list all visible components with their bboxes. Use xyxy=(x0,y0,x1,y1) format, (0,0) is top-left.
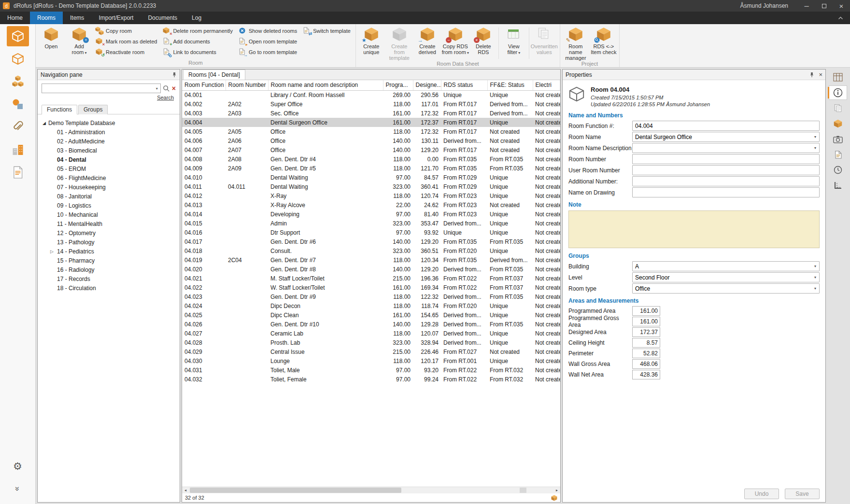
table-row-04-013[interactable]: 04.013X-Ray Alcove22.0024.62From RT.023N… xyxy=(182,200,560,210)
expander-icon[interactable]: ◢ xyxy=(42,121,46,126)
tree-item-14-pediatrics[interactable]: ▷14 - Pediatrics xyxy=(40,247,178,256)
table-row-04-022[interactable]: 04.022W. Staff Locker/Toilet161.00169.34… xyxy=(182,283,560,292)
tree-item-13-pathology[interactable]: 13 - Pathology xyxy=(40,238,178,247)
col-room-number[interactable]: Room Number xyxy=(226,80,268,90)
group-select-room-type[interactable]: ▾ xyxy=(632,283,820,294)
table-row-04-024[interactable]: 04.024Dipc Decon118.00118.74From RT.020U… xyxy=(182,301,560,310)
prop-input-room-number[interactable] xyxy=(633,154,819,164)
pin-icon[interactable] xyxy=(809,72,814,78)
prop-field-room-function[interactable] xyxy=(632,121,820,131)
menu-tab-items[interactable]: Items xyxy=(63,12,91,24)
area-value-designed-area[interactable]: 172.37 xyxy=(632,327,660,337)
documents-panel-icon[interactable] xyxy=(829,101,847,115)
menu-tab-log[interactable]: Log xyxy=(184,12,209,24)
tree-root[interactable]: ◢Demo Template Database xyxy=(40,118,178,127)
col-designe[interactable]: Designe... xyxy=(413,80,441,90)
go-to-room-template-button[interactable]: →Go to room template xyxy=(236,47,299,57)
collapse-ribbon-icon[interactable] xyxy=(838,16,843,20)
search-dropdown-icon[interactable]: ▾ xyxy=(154,86,160,91)
measurements-panel-icon[interactable] xyxy=(829,178,847,193)
rds-item-check-button[interactable]: RDS <->Item check xyxy=(590,26,618,55)
table-row-04-029[interactable]: 04.029Central Issue215.00226.46From RT.0… xyxy=(182,347,560,356)
search-link[interactable]: Search xyxy=(157,95,174,100)
close-panel-icon[interactable]: × xyxy=(819,71,822,78)
open-room-template-button[interactable]: ▸Open room template xyxy=(236,36,299,47)
tree-item-05-erom[interactable]: 05 - EROM xyxy=(40,164,178,173)
add-room-button[interactable]: +Addroom▾ xyxy=(65,26,93,56)
nav-search-box[interactable]: ▾ xyxy=(42,84,161,93)
table-row-04-012[interactable]: 04.012X-Ray118.00120.74From RT.023Unique… xyxy=(182,191,560,200)
save-button[interactable]: Save xyxy=(785,489,820,499)
dropdown-arrow-icon[interactable]: ▾ xyxy=(811,262,819,271)
prop-input-additional-number[interactable] xyxy=(633,177,819,186)
dropdown-arrow-icon[interactable]: ▾ xyxy=(811,143,819,153)
table-row-04-025[interactable]: 04.025Dipc Clean161.00154.65Derived from… xyxy=(182,310,560,320)
table-row-04-008[interactable]: 04.0082A08Gen. Dent. Dtr #4118.000.00Fro… xyxy=(182,154,560,164)
prop-input-user-room-number[interactable] xyxy=(633,166,819,175)
menu-tab-import-export[interactable]: Import/Export xyxy=(91,12,141,24)
copy-room-button[interactable]: Copy room xyxy=(93,26,159,36)
room-data-sheet-icon[interactable] xyxy=(829,70,847,84)
view-filter-button[interactable]: Viewfilter▾ xyxy=(500,26,528,56)
table-row-04-021[interactable]: 04.021M. Staff Locker/Toilet215.00196.36… xyxy=(182,274,560,283)
overwritten-values-button[interactable]: Overwritten values xyxy=(530,26,558,55)
area-value-programmed-area[interactable]: 161.00 xyxy=(632,306,660,316)
images-panel-icon[interactable] xyxy=(829,132,847,146)
tree-item-18-circulation[interactable]: 18 - Circulation xyxy=(40,283,178,293)
prop-input-room-name[interactable] xyxy=(633,132,811,141)
delete-room-permanently-button[interactable]: ×Delete room permanently xyxy=(160,26,235,36)
clear-search-icon[interactable]: × xyxy=(172,85,176,92)
history-panel-icon[interactable] xyxy=(829,163,847,177)
table-row-04-010[interactable]: 04.010Dental Waiting97.0084.57From RT.02… xyxy=(182,173,560,182)
table-row-04-015[interactable]: 04.015Admin323.00353.47Derived from...Un… xyxy=(182,219,560,228)
tree-item-09-logistics[interactable]: 09 - Logistics xyxy=(40,201,178,210)
products-module-icon[interactable] xyxy=(7,94,29,114)
area-value-wall-gross-area[interactable]: 468.06 xyxy=(632,359,660,369)
dropdown-arrow-icon[interactable]: ▾ xyxy=(811,132,819,141)
expand-rail-icon[interactable]: » xyxy=(7,478,29,499)
tree-item-12-optometry[interactable]: 12 - Optometry xyxy=(40,228,178,238)
table-row-04-005[interactable]: 04.0052A05Office118.00172.32From RT.017N… xyxy=(182,127,560,136)
col-rds-status[interactable]: RDS status xyxy=(441,80,487,90)
maximize-button[interactable] xyxy=(815,0,833,12)
area-value-wall-net-area[interactable]: 428.36 xyxy=(632,370,660,379)
files-panel-icon[interactable] xyxy=(829,147,847,162)
room-panel-icon[interactable] xyxy=(829,116,847,131)
col-electri[interactable]: Electri xyxy=(533,80,560,90)
create-from-template-button[interactable]: Create fromtemplate xyxy=(385,26,413,61)
attachments-module-icon[interactable] xyxy=(7,117,29,137)
tree-item-03-biomedical[interactable]: 03 - Biomedical xyxy=(40,146,178,155)
menu-tab-home[interactable]: Home xyxy=(0,12,30,24)
pin-icon[interactable] xyxy=(172,72,177,78)
buildings-module-icon[interactable] xyxy=(7,140,29,160)
tree-item-07-housekeeping[interactable]: 07 - Housekeeping xyxy=(40,182,178,192)
area-value-ceiling-height[interactable]: 8.57 xyxy=(632,338,660,348)
table-row-04-011[interactable]: 04.01104.011Dental Waiting323.00360.41Fr… xyxy=(182,182,560,191)
group-select-building[interactable]: ▾ xyxy=(632,261,820,271)
tree-item-06-flightmedicine[interactable]: 06 - FlightMedicine xyxy=(40,173,178,182)
group-input-room-type[interactable] xyxy=(633,284,811,293)
room-box-module-icon[interactable] xyxy=(7,49,29,69)
table-row-04-002[interactable]: 04.0022A02Super Office118.00117.01From R… xyxy=(182,99,560,109)
table-row-04-016[interactable]: 04.016Dtr Support97.0093.92UniqueUniqueN… xyxy=(182,228,560,237)
add-documents-button[interactable]: +Add documents xyxy=(160,36,235,47)
prop-field-room-number[interactable] xyxy=(632,154,820,164)
table-row-04-018[interactable]: 04.018Consult.323.00360.51From RT.020Uni… xyxy=(182,246,560,255)
prop-input-room-name-description[interactable] xyxy=(633,143,811,153)
menu-tab-documents[interactable]: Documents xyxy=(141,12,184,24)
area-value-programmed-gross-area[interactable]: 161.00 xyxy=(632,317,660,326)
col-progra[interactable]: Progra... xyxy=(383,80,413,90)
tree-item-11-mentalhealth[interactable]: 11 - MentalHealth xyxy=(40,219,178,228)
prop-field-name-on-drawing[interactable] xyxy=(632,187,820,197)
tree-item-17-records[interactable]: 17 - Records xyxy=(40,274,178,283)
table-row-04-028[interactable]: 04.028Prosth. Lab323.00328.94Derived fro… xyxy=(182,338,560,347)
table-row-04-003[interactable]: 04.0032A03Sec. Office161.00172.32From RT… xyxy=(182,109,560,118)
area-value-perimeter[interactable]: 52.82 xyxy=(632,349,660,358)
table-row-04-019[interactable]: 04.0192C04Gen. Dent. Dtr #7118.00120.34F… xyxy=(182,255,560,265)
search-icon[interactable] xyxy=(163,85,170,92)
prop-field-additional-number[interactable] xyxy=(632,176,820,186)
nav-search-input[interactable] xyxy=(42,84,154,93)
table-row-04-014[interactable]: 04.014Developing97.0081.40From RT.023Uni… xyxy=(182,210,560,219)
scroll-right-icon[interactable]: ▸ xyxy=(553,487,560,493)
table-row-04-009[interactable]: 04.0092A09Gen. Dent. Dtr #5118.00121.70F… xyxy=(182,164,560,173)
